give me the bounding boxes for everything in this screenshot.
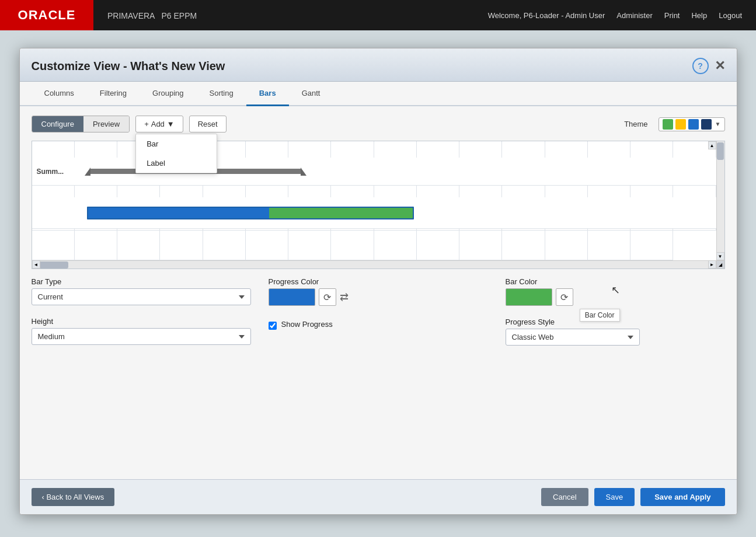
swap-colors-icon[interactable]: ⇄: [340, 291, 349, 304]
add-label-item[interactable]: Label: [136, 154, 217, 173]
add-button-wrapper: + Add ▼ Bar Label: [135, 116, 183, 132]
dropdown-arrow-icon: ▼: [167, 120, 175, 128]
modal-title: Customize View - What's New View: [32, 60, 225, 73]
cancel-button[interactable]: Cancel: [541, 488, 588, 506]
show-progress-label: Show Progress: [281, 320, 333, 329]
tab-bars[interactable]: Bars: [246, 82, 289, 106]
topbar: ORACLE PRIMAVERA P6 EPPM Welcome, P6-Loa…: [0, 0, 756, 30]
bar-color-label: Bar Color: [506, 277, 573, 286]
bar-type-label: Bar Type: [32, 277, 251, 286]
gantt-scroll-thumb-vertical: [717, 142, 724, 160]
bar-progress-fill: [88, 208, 269, 218]
save-button[interactable]: Save: [594, 488, 635, 506]
configure-button[interactable]: Configure: [32, 116, 83, 132]
scroll-down-arrow[interactable]: ▼: [716, 252, 724, 260]
gantt-summary-label: Summ...: [32, 168, 79, 176]
gantt-summary-row: Summ...: [32, 158, 716, 186]
view-toggle: Configure Preview: [32, 116, 130, 132]
footer-right-buttons: Cancel Save Save and Apply: [541, 488, 724, 506]
settings-col-1: Bar Type Current Height Medium: [32, 277, 251, 346]
settings-grid: Bar Type Current Height Medium: [32, 277, 725, 346]
logout-link[interactable]: Logout: [719, 11, 742, 20]
height-select[interactable]: Medium: [32, 328, 251, 345]
welcome-text: Welcome, P6-Loader - Admin User: [488, 11, 605, 20]
tab-columns[interactable]: Columns: [32, 82, 87, 106]
bar-color-swatch[interactable]: [506, 288, 552, 306]
app-name: PRIMAVERA P6 EPPM: [104, 9, 197, 22]
theme-color-yellow: [675, 119, 686, 130]
gantt-activity-bar-wrapper: [87, 207, 414, 219]
reset-button[interactable]: Reset: [189, 116, 227, 132]
progress-color-swatch[interactable]: [269, 288, 315, 306]
tab-grouping[interactable]: Grouping: [140, 82, 196, 106]
cursor-indicator: ↖: [611, 284, 620, 297]
bar-left-cap: [85, 168, 90, 176]
back-to-all-views-button[interactable]: ‹ Back to All Views: [32, 488, 115, 506]
modal-header-icons: ? ✕: [692, 58, 725, 74]
gantt-activity-row: [32, 197, 716, 229]
close-button[interactable]: ✕: [715, 58, 725, 74]
progress-style-select[interactable]: Classic Web: [506, 329, 640, 346]
administer-link[interactable]: Administer: [616, 11, 652, 20]
progress-style-label: Progress Style: [506, 318, 725, 326]
customize-view-modal: Customize View - What's New View ? ✕ Col…: [19, 48, 737, 515]
modal-footer: ‹ Back to All Views Cancel Save Save and…: [20, 479, 737, 514]
add-button[interactable]: + Add ▼: [135, 116, 183, 132]
tab-sorting[interactable]: Sorting: [197, 82, 246, 106]
scroll-left-arrow[interactable]: ◄: [32, 260, 40, 268]
add-bar-item[interactable]: Bar: [136, 134, 217, 154]
help-link[interactable]: Help: [691, 11, 707, 20]
progress-color-label: Progress Color: [269, 277, 488, 286]
bar-remaining-fill: [269, 208, 413, 218]
top-nav: Welcome, P6-Loader - Admin User Administ…: [488, 11, 756, 20]
gantt-activity-bar: [87, 207, 414, 219]
scroll-up-arrow[interactable]: ▲: [708, 141, 716, 149]
bar-type-select[interactable]: Current: [32, 288, 251, 305]
theme-color-green: [663, 119, 673, 130]
modal-header: Customize View - What's New View ? ✕: [20, 48, 737, 82]
gantt-scrollbar-horizontal[interactable]: [32, 260, 716, 268]
tab-gantt[interactable]: Gantt: [289, 82, 333, 106]
modal-tabs: Columns Filtering Grouping Sorting Bars …: [20, 82, 737, 106]
page-background: Customize View - What's New View ? ✕ Col…: [0, 30, 756, 537]
theme-picker[interactable]: ▼: [659, 117, 725, 131]
tab-filtering[interactable]: Filtering: [87, 82, 140, 106]
add-label: Add: [151, 120, 165, 128]
plus-icon: +: [144, 120, 149, 128]
show-progress-row: Show Progress: [269, 320, 488, 331]
settings-col-2: Progress Color ⟳ ⇄ Show Progress: [269, 277, 488, 346]
save-and-apply-button[interactable]: Save and Apply: [640, 488, 724, 506]
bar-color-reset-button[interactable]: ⟳: [556, 288, 573, 306]
modal-body: Configure Preview + Add ▼ Bar Label Re: [20, 106, 737, 479]
add-dropdown-menu: Bar Label: [135, 134, 217, 173]
show-progress-checkbox[interactable]: [269, 322, 277, 330]
refresh-icon: ⟳: [560, 292, 568, 303]
height-label: Height: [32, 317, 251, 326]
bar-right-cap: [301, 168, 306, 176]
theme-color-blue: [688, 119, 699, 130]
scroll-corner: ◢: [716, 260, 724, 268]
settings-col-3: Bar Color ⟳ Bar Color: [506, 277, 725, 346]
progress-color-reset-button[interactable]: ⟳: [319, 288, 336, 306]
print-link[interactable]: Print: [664, 11, 680, 20]
gantt-scrollbar-vertical[interactable]: [716, 141, 724, 259]
theme-color-darkblue: [701, 119, 712, 130]
toolbar-row: Configure Preview + Add ▼ Bar Label Re: [32, 116, 725, 132]
oracle-logo: ORACLE: [0, 0, 93, 30]
theme-dropdown-arrow-icon: ▼: [715, 121, 721, 127]
refresh-icon: ⟳: [323, 292, 331, 303]
scroll-right-arrow[interactable]: ►: [708, 260, 716, 268]
help-button[interactable]: ?: [692, 58, 709, 74]
theme-label: Theme: [624, 120, 647, 128]
preview-button[interactable]: Preview: [83, 116, 129, 132]
